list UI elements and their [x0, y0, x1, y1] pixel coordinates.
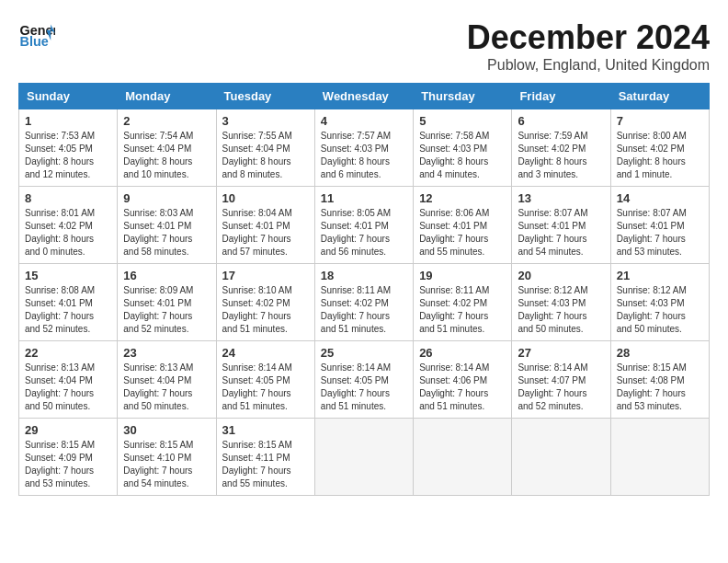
day-number: 26 — [419, 346, 506, 360]
calendar-day-cell: 5Sunrise: 7:58 AMSunset: 4:03 PMDaylight… — [414, 109, 512, 187]
svg-text:Blue: Blue — [20, 34, 49, 49]
day-number: 16 — [123, 269, 210, 282]
calendar-day-cell: 19Sunrise: 8:11 AMSunset: 4:02 PMDayligh… — [414, 264, 512, 341]
page-subtitle: Publow, England, United Kingdom — [467, 57, 710, 74]
calendar-day-cell: 2Sunrise: 7:54 AMSunset: 4:04 PMDaylight… — [118, 109, 216, 187]
day-info: Sunrise: 8:12 AMSunset: 4:03 PMDaylight:… — [617, 285, 687, 334]
calendar-day-cell: 4Sunrise: 7:57 AMSunset: 4:03 PMDaylight… — [314, 109, 413, 187]
day-number: 7 — [617, 114, 703, 128]
day-info: Sunrise: 8:11 AMSunset: 4:02 PMDaylight:… — [321, 285, 391, 334]
calendar-day-cell: 30Sunrise: 8:15 AMSunset: 4:10 PMDayligh… — [118, 419, 216, 496]
day-info: Sunrise: 8:07 AMSunset: 4:01 PMDaylight:… — [617, 208, 687, 257]
calendar-day-cell: 13Sunrise: 8:07 AMSunset: 4:01 PMDayligh… — [512, 187, 610, 264]
day-number: 23 — [123, 346, 210, 360]
day-number: 13 — [518, 191, 604, 205]
day-info: Sunrise: 7:53 AMSunset: 4:05 PMDaylight:… — [25, 131, 95, 179]
calendar-day-cell: 12Sunrise: 8:06 AMSunset: 4:01 PMDayligh… — [414, 187, 512, 264]
calendar-day-cell — [512, 419, 610, 496]
day-number: 25 — [321, 346, 407, 360]
calendar-table: Sunday Monday Tuesday Wednesday Thursday… — [18, 83, 710, 496]
calendar-day-cell: 1Sunrise: 7:53 AMSunset: 4:05 PMDaylight… — [19, 109, 118, 187]
logo: General Blue — [18, 18, 59, 55]
day-info: Sunrise: 8:13 AMSunset: 4:04 PMDaylight:… — [123, 362, 193, 411]
day-info: Sunrise: 8:03 AMSunset: 4:01 PMDaylight:… — [123, 208, 193, 257]
day-info: Sunrise: 8:00 AMSunset: 4:02 PMDaylight:… — [617, 131, 687, 179]
col-tuesday: Tuesday — [216, 84, 314, 109]
calendar-day-cell: 14Sunrise: 8:07 AMSunset: 4:01 PMDayligh… — [610, 187, 709, 264]
calendar-day-cell: 23Sunrise: 8:13 AMSunset: 4:04 PMDayligh… — [118, 341, 216, 419]
day-info: Sunrise: 8:11 AMSunset: 4:02 PMDaylight:… — [419, 285, 489, 334]
calendar-day-cell: 22Sunrise: 8:13 AMSunset: 4:04 PMDayligh… — [19, 341, 118, 419]
day-number: 4 — [321, 114, 407, 128]
day-info: Sunrise: 8:15 AMSunset: 4:08 PMDaylight:… — [617, 362, 687, 411]
calendar-day-cell: 21Sunrise: 8:12 AMSunset: 4:03 PMDayligh… — [610, 264, 709, 341]
col-friday: Friday — [512, 84, 610, 109]
calendar-day-cell: 15Sunrise: 8:08 AMSunset: 4:01 PMDayligh… — [19, 264, 118, 341]
day-info: Sunrise: 7:54 AMSunset: 4:04 PMDaylight:… — [123, 131, 193, 179]
day-info: Sunrise: 8:15 AMSunset: 4:09 PMDaylight:… — [25, 440, 95, 488]
day-info: Sunrise: 8:14 AMSunset: 4:05 PMDaylight:… — [222, 362, 292, 411]
calendar-day-cell: 11Sunrise: 8:05 AMSunset: 4:01 PMDayligh… — [314, 187, 413, 264]
day-info: Sunrise: 8:15 AMSunset: 4:10 PMDaylight:… — [123, 440, 193, 488]
calendar-day-cell: 17Sunrise: 8:10 AMSunset: 4:02 PMDayligh… — [216, 264, 314, 341]
day-number: 28 — [617, 346, 703, 360]
day-number: 17 — [222, 269, 309, 282]
day-number: 10 — [222, 191, 309, 205]
calendar-week-row: 8Sunrise: 8:01 AMSunset: 4:02 PMDaylight… — [19, 187, 710, 264]
title-area: December 2024 Publow, England, United Ki… — [467, 18, 710, 74]
calendar-day-cell: 18Sunrise: 8:11 AMSunset: 4:02 PMDayligh… — [314, 264, 413, 341]
col-monday: Monday — [118, 84, 216, 109]
calendar-day-cell: 27Sunrise: 8:14 AMSunset: 4:07 PMDayligh… — [512, 341, 610, 419]
day-number: 11 — [321, 191, 407, 205]
calendar-day-cell: 6Sunrise: 7:59 AMSunset: 4:02 PMDaylight… — [512, 109, 610, 187]
page-title: December 2024 — [467, 18, 710, 57]
day-number: 30 — [123, 423, 210, 437]
calendar-week-row: 15Sunrise: 8:08 AMSunset: 4:01 PMDayligh… — [19, 264, 710, 341]
col-sunday: Sunday — [19, 84, 118, 109]
calendar-day-cell: 16Sunrise: 8:09 AMSunset: 4:01 PMDayligh… — [118, 264, 216, 341]
day-number: 2 — [123, 114, 210, 128]
calendar-day-cell: 24Sunrise: 8:14 AMSunset: 4:05 PMDayligh… — [216, 341, 314, 419]
calendar-day-cell: 20Sunrise: 8:12 AMSunset: 4:03 PMDayligh… — [512, 264, 610, 341]
day-number: 1 — [25, 114, 111, 128]
day-number: 6 — [518, 114, 604, 128]
day-number: 5 — [419, 114, 506, 128]
calendar-day-cell: 26Sunrise: 8:14 AMSunset: 4:06 PMDayligh… — [414, 341, 512, 419]
day-info: Sunrise: 7:59 AMSunset: 4:02 PMDaylight:… — [518, 131, 587, 179]
day-number: 15 — [25, 269, 111, 282]
day-info: Sunrise: 8:14 AMSunset: 4:06 PMDaylight:… — [419, 362, 489, 411]
day-info: Sunrise: 8:13 AMSunset: 4:04 PMDaylight:… — [25, 362, 95, 411]
day-info: Sunrise: 8:12 AMSunset: 4:03 PMDaylight:… — [518, 285, 587, 334]
day-number: 14 — [617, 191, 703, 205]
calendar-day-cell: 31Sunrise: 8:15 AMSunset: 4:11 PMDayligh… — [216, 419, 314, 496]
day-info: Sunrise: 8:06 AMSunset: 4:01 PMDaylight:… — [419, 208, 489, 257]
calendar-week-row: 22Sunrise: 8:13 AMSunset: 4:04 PMDayligh… — [19, 341, 710, 419]
calendar-week-row: 29Sunrise: 8:15 AMSunset: 4:09 PMDayligh… — [19, 419, 710, 496]
day-number: 22 — [25, 346, 111, 360]
day-info: Sunrise: 8:04 AMSunset: 4:01 PMDaylight:… — [222, 208, 292, 257]
day-number: 20 — [518, 269, 604, 282]
day-number: 8 — [25, 191, 111, 205]
day-info: Sunrise: 8:14 AMSunset: 4:07 PMDaylight:… — [518, 362, 587, 411]
day-info: Sunrise: 8:09 AMSunset: 4:01 PMDaylight:… — [123, 285, 193, 334]
col-thursday: Thursday — [414, 84, 512, 109]
day-number: 19 — [419, 269, 506, 282]
calendar-day-cell: 28Sunrise: 8:15 AMSunset: 4:08 PMDayligh… — [610, 341, 709, 419]
day-info: Sunrise: 8:07 AMSunset: 4:01 PMDaylight:… — [518, 208, 587, 257]
day-info: Sunrise: 8:10 AMSunset: 4:02 PMDaylight:… — [222, 285, 292, 334]
calendar-day-cell: 7Sunrise: 8:00 AMSunset: 4:02 PMDaylight… — [610, 109, 709, 187]
day-info: Sunrise: 7:55 AMSunset: 4:04 PMDaylight:… — [222, 131, 292, 179]
day-info: Sunrise: 8:01 AMSunset: 4:02 PMDaylight:… — [25, 208, 95, 257]
calendar-day-cell — [314, 419, 413, 496]
col-saturday: Saturday — [610, 84, 709, 109]
header: General Blue December 2024 Publow, Engla… — [18, 18, 710, 74]
calendar-day-cell: 25Sunrise: 8:14 AMSunset: 4:05 PMDayligh… — [314, 341, 413, 419]
calendar-day-cell: 10Sunrise: 8:04 AMSunset: 4:01 PMDayligh… — [216, 187, 314, 264]
calendar-day-cell: 9Sunrise: 8:03 AMSunset: 4:01 PMDaylight… — [118, 187, 216, 264]
day-number: 31 — [222, 423, 309, 437]
calendar-day-cell — [610, 419, 709, 496]
calendar-header-row: Sunday Monday Tuesday Wednesday Thursday… — [19, 84, 710, 109]
day-number: 9 — [123, 191, 210, 205]
logo-icon: General Blue — [18, 18, 55, 55]
day-info: Sunrise: 8:15 AMSunset: 4:11 PMDaylight:… — [222, 440, 292, 488]
